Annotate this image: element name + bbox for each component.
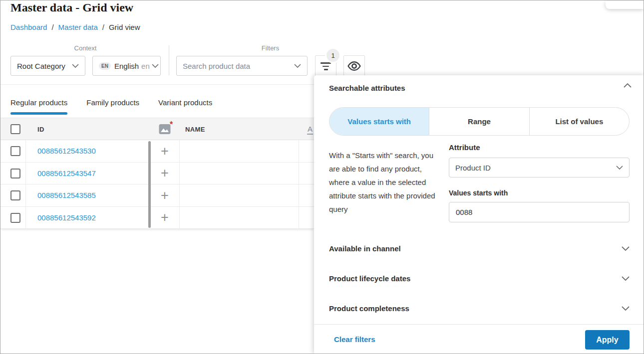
breadcrumb-separator: / [102,23,104,31]
tab-family-products[interactable]: Family products [86,98,139,115]
breadcrumb-master-data[interactable]: Master data [58,23,98,31]
add-image-button[interactable]: + [157,186,172,204]
product-id-link[interactable]: 00885612543585 [37,191,96,199]
chevron-down-icon [622,276,630,281]
product-id-link[interactable]: 00885612543530 [37,147,96,155]
add-image-button[interactable]: + [157,209,172,227]
mode-tab-list-of-values[interactable]: List of values [529,108,629,135]
panel-section-title: Searchable attributes [329,84,405,92]
table-row: 00885612543530 + [0,140,314,163]
column-divider [299,140,299,229]
chevron-down-icon [294,64,301,68]
filter-panel: Searchable attributes Values starts with… [314,75,644,354]
app-window: Master data - Grid view Dashboard / Mast… [0,0,644,354]
search-select-placeholder: Search product data [183,62,250,70]
accordion-product-completeness[interactable]: Product completeness [329,300,630,317]
product-id-link[interactable]: 00885612543592 [37,213,96,222]
chevron-down-icon [152,64,159,68]
search-product-data-select[interactable]: Search product data [176,56,308,76]
toolbar-divider [169,45,169,75]
row-checkbox[interactable] [10,169,20,178]
locale-select[interactable]: EN English en [92,56,161,76]
mode-tab-values-starts-with[interactable]: Values starts with [329,108,429,135]
chevron-down-icon [622,246,630,251]
required-asterisk: * [170,120,173,129]
product-id-link[interactable]: 00885612543547 [37,169,96,177]
column-divider [179,140,180,229]
toolbar-rule [0,84,314,85]
image-column-icon [159,123,171,137]
column-divider [25,140,26,229]
breadcrumb-grid-view: Grid view [109,23,140,31]
tab-variant-products[interactable]: Variant products [158,98,212,115]
tab-regular-products[interactable]: Regular products [10,98,67,115]
accordion-product-lifecycle-dates[interactable]: Product lifecycle dates [329,270,630,287]
eye-icon [347,61,361,71]
chevron-down-icon [622,306,630,311]
search-mode-description: With a "Starts with" search, you are abl… [329,149,439,216]
context-group-label: Context [10,44,160,52]
row-checkbox[interactable] [10,190,20,200]
table-row: 00885612543547 + [0,163,314,185]
grid-header-row: ID * NAME A [0,118,314,140]
filter-count-badge: 1 [326,49,339,62]
filter-icon [321,62,331,70]
column-header-id[interactable]: ID [37,126,44,133]
attribute-select-value: Product ID [455,164,491,172]
breadcrumb: Dashboard / Master data / Grid view [10,23,140,31]
chevron-up-icon[interactable] [624,83,632,88]
attribute-select[interactable]: Product ID [449,158,630,177]
panel-footer: Clear filters Apply [314,324,644,354]
table-row: 00885612543592 + [0,207,314,229]
breadcrumb-dashboard[interactable]: Dashboard [10,23,47,31]
column-header-partial[interactable]: A [307,125,313,135]
column-header-name[interactable]: NAME [185,126,205,133]
values-starts-with-label: Values starts with [449,189,508,197]
locale-code: en [141,62,150,70]
category-select[interactable]: Root Category [10,56,85,76]
locale-select-value: English [114,62,139,70]
clear-filters-link[interactable]: Clear filters [334,335,375,344]
page-title: Master data - Grid view [10,1,133,14]
table-row: 00885612543585 + [0,184,314,207]
row-checkbox[interactable] [10,146,20,156]
attribute-label: Attribute [449,143,480,152]
values-starts-with-input[interactable] [449,202,630,222]
mode-tab-range[interactable]: Range [429,108,529,135]
breadcrumb-separator: / [51,23,53,31]
locale-flag-badge: EN [99,62,111,70]
view-settings-button[interactable] [343,55,365,77]
category-select-value: Root Category [17,62,65,70]
corner-popover-remnant [606,1,644,9]
add-image-button[interactable]: + [157,165,172,182]
accordion-available-in-channel[interactable]: Available in channel [329,240,630,257]
product-type-tabs: Regular products Family products Variant… [10,98,212,115]
chevron-down-icon [72,64,79,68]
chevron-down-icon [616,166,623,170]
search-mode-tabs: Values starts with Range List of values [329,107,630,136]
apply-button[interactable]: Apply [585,330,630,350]
row-checkbox[interactable] [10,213,20,223]
add-image-button[interactable]: + [157,142,172,160]
grid-body: 00885612543530 + 00885612543547 + 008856… [0,140,314,229]
column-resize-handle[interactable] [148,141,151,228]
select-all-checkbox[interactable] [10,124,20,134]
